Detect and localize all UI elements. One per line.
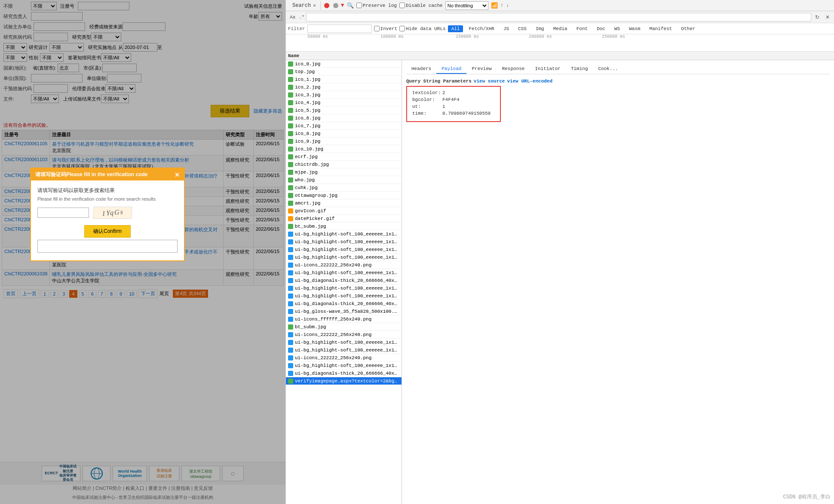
network-item-uibg4[interactable]: ui-bg_highlight-soft_100_eeeeee_1x100.pn… (286, 254, 402, 261)
network-item-ico2[interactable]: ico_2.jpg (286, 83, 402, 91)
aa-button[interactable]: Aa (288, 14, 297, 20)
detail-tab-initiator[interactable]: Initiator (530, 64, 565, 74)
detail-tab-payload[interactable]: Payload (436, 64, 466, 74)
search-icon[interactable]: 🔍 (347, 2, 354, 9)
network-item-gloss[interactable]: ui-bg_gloss-wave_35_f5a828_500x100.png (286, 308, 402, 315)
record-icon[interactable] (324, 3, 329, 8)
col-header-name[interactable]: Name (288, 53, 396, 58)
png-icon (288, 263, 293, 268)
network-item-ico1[interactable]: ico_1.jpg (286, 76, 402, 83)
modal-close-btn[interactable]: ✕ (175, 171, 180, 178)
network-item-icons-fff[interactable]: ui-icons_ffffff_256x240.png (286, 315, 402, 323)
network-item-uiicons2[interactable]: ui-icons_222222_256x240.png (286, 331, 402, 339)
param-name-bgcolor: bgcolor: (412, 97, 442, 102)
regex-btn[interactable]: .* (299, 15, 304, 20)
network-item-ico4[interactable]: ico_4.jpg (286, 99, 402, 107)
filter-manifest[interactable]: Manifest (646, 25, 676, 32)
filter-font[interactable]: Font (573, 25, 591, 32)
network-item-cuhk[interactable]: cuhk.jpg (286, 184, 402, 192)
detail-tab-headers[interactable]: Headers (406, 64, 436, 74)
refresh-btn[interactable]: ↻ (813, 13, 822, 21)
png-icon (288, 278, 293, 283)
network-item-ico7[interactable]: ico_7.jpg (286, 122, 402, 130)
network-item-uiicons3[interactable]: ui-icons_222222_256x240.png (286, 354, 402, 362)
timeline-200000: 200000 ms (529, 34, 552, 39)
network-item-diag3[interactable]: ui-bg_diagonals-thick_20_666666_40x40.pn… (286, 370, 402, 377)
filter-css[interactable]: CSS (515, 25, 530, 32)
network-item-name: ui-bg_highlight-soft_100_eeeeee_1x100.pn… (295, 363, 399, 368)
confirm-btn[interactable]: 确认Confirm (84, 225, 131, 238)
network-item-name: ico_4.jpg (295, 100, 320, 105)
preserve-log-checkbox[interactable] (356, 3, 362, 8)
png-icon (288, 348, 293, 353)
network-item-who[interactable]: who.jpg (286, 176, 402, 184)
network-item-btsubm2[interactable]: bt_subm.jpg (286, 323, 402, 331)
filter-doc[interactable]: Doc (593, 25, 609, 32)
network-item-ico5[interactable]: ico_5.jpg (286, 107, 402, 114)
network-item-ico9[interactable]: ico_9.jpg (286, 137, 402, 145)
detail-tab-timing[interactable]: Timing (566, 64, 593, 74)
network-item-uibg6[interactable]: ui-bg_highlight-soft_100_eeeeee_1x100.pn… (286, 284, 402, 292)
network-item-amcrt[interactable]: amcrt.jpg (286, 199, 402, 207)
search-input[interactable] (306, 13, 811, 21)
network-item-ottawa[interactable]: ottawagroup.jpg (286, 192, 402, 199)
detail-tab-cookies[interactable]: Cook... (593, 64, 623, 74)
filter-other[interactable]: Other (678, 25, 699, 32)
filter-ws[interactable]: WS (611, 25, 623, 32)
disable-cache-checkbox[interactable] (399, 3, 405, 8)
network-item-ico6[interactable]: ico_6.jpg (286, 114, 402, 122)
network-item-name: ico_5.jpg (295, 108, 320, 113)
search-tab[interactable]: Search ✕ (288, 1, 321, 10)
detail-tab-preview[interactable]: Preview (466, 64, 497, 74)
network-item-uibg5[interactable]: ui-bg_highlight-soft_100_eeeeee_1x100.pn… (286, 269, 402, 277)
clear-btn[interactable]: ✕ (823, 13, 832, 21)
network-item-diag1[interactable]: ui-bg_diagonals-thick_20_666666_40x40.pn… (286, 277, 402, 284)
network-item-btsubm1[interactable]: bt_subm.jpg (286, 223, 402, 230)
filter-all[interactable]: All (448, 25, 463, 32)
filter-fetch-xhr[interactable]: Fetch/XHR (465, 25, 497, 32)
filter-img[interactable]: Img (532, 25, 548, 32)
network-item-uibg2[interactable]: ui-bg_highlight-soft_100_eeeeee_1x100.pn… (286, 238, 402, 246)
network-item-ico10[interactable]: ico_10.jpg (286, 145, 402, 153)
jpg-icon (288, 162, 293, 167)
network-item-top[interactable]: top.jpg (286, 68, 402, 76)
network-item-name: top.jpg (295, 69, 315, 74)
network-item-uibg1[interactable]: ui-bg_highlight-soft_100_eeeeee_1x100.pn… (286, 230, 402, 238)
throttling-select[interactable]: No throttling (445, 1, 488, 10)
hide-data-checkbox[interactable] (399, 26, 405, 31)
query-params-label: Query String Parameters (406, 79, 472, 84)
network-item-ico0[interactable]: ico_0.jpg (286, 60, 402, 68)
search-tab-close[interactable]: ✕ (313, 3, 316, 8)
clear-icon[interactable] (333, 3, 338, 8)
network-item-uiicons1[interactable]: ui-icons_222222_256x240.png (286, 261, 402, 269)
filter-input[interactable] (307, 24, 372, 33)
network-item-govicon[interactable]: govIcon.gif (286, 207, 402, 215)
network-item-uibg9[interactable]: ui-bg_highlight-soft_100_eeeeee_1x100.pn… (286, 346, 402, 354)
filter-media[interactable]: Media (550, 25, 571, 32)
network-item-name: mjpe.jpg (295, 170, 318, 175)
network-item-uibg10[interactable]: ui-bg_highlight-soft_100_eeeeee_1x100.pn… (286, 362, 402, 370)
filter-wasm[interactable]: Wasm (626, 25, 644, 32)
network-item-uibg8[interactable]: ui-bg_highlight-soft_100_eeeeee_1x100.pn… (286, 339, 402, 346)
png-icon (288, 232, 293, 237)
detail-tab-response[interactable]: Response (497, 64, 530, 74)
network-item-uibg7[interactable]: ui-bg_highlight-soft_100_eeeeee_1x100.pn… (286, 292, 402, 300)
filter-icon[interactable]: ▼ (341, 2, 344, 9)
captcha-input[interactable] (37, 208, 89, 218)
network-item-verify-selected[interactable]: verifyimagepage.aspx?textcolor=2&bgcolor… (286, 377, 402, 385)
modal-textarea[interactable] (37, 240, 178, 253)
filter-js[interactable]: JS (500, 25, 512, 32)
view-url-encoded-link[interactable]: view URL-encoded (507, 79, 552, 84)
network-item-diag2[interactable]: ui-bg_diagonals-thick_20_666666_40x40.pn… (286, 300, 402, 308)
network-list[interactable]: ico_0.jpg top.jpg ico_1.jpg ico_2.jpg ic… (286, 60, 402, 504)
network-item-datepicker[interactable]: datePicker.gif (286, 215, 402, 223)
network-item-mjpe[interactable]: mjpe.jpg (286, 168, 402, 176)
network-item-ecrf[interactable]: ecrf.jpg (286, 153, 402, 161)
network-item-ico8[interactable]: ico_8.jpg (286, 130, 402, 137)
invert-checkbox[interactable] (374, 26, 380, 31)
network-item-uibg3[interactable]: ui-bg_highlight-soft_100_eeeeee_1x100.pn… (286, 246, 402, 254)
view-source-link[interactable]: view source (474, 79, 505, 84)
devtools-icons-row: ▼ 🔍 Preserve log Disable cache No thrott… (321, 1, 512, 10)
network-item-chictrdb[interactable]: chictrdb.jpg (286, 161, 402, 168)
network-item-ico3[interactable]: ico_3.jpg (286, 91, 402, 99)
